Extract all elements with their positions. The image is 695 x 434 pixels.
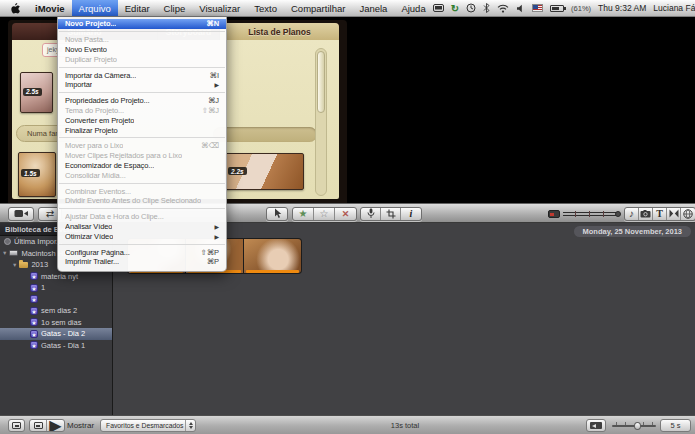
- monitor-icon: [34, 422, 43, 429]
- edit-tool-buttons: i: [360, 207, 422, 221]
- file-menu-item[interactable]: Otimizar Vídeo▶: [58, 231, 226, 241]
- maps-browser-button[interactable]: [681, 208, 695, 220]
- transitions-browser-button[interactable]: [667, 208, 681, 220]
- unmark-button[interactable]: ☆: [314, 208, 335, 220]
- event-label: sem dias 2: [41, 306, 77, 315]
- tab-lista-de-planos[interactable]: Lista de Planos: [220, 23, 339, 40]
- inspector-button[interactable]: i: [401, 208, 421, 220]
- disclosure-triangle-icon[interactable]: ▼: [2, 250, 7, 256]
- shot-list-clip-thumbnail[interactable]: 2.2s: [225, 153, 304, 190]
- file-menu-item: Dividir Evento Antes do Clipe Selecionad…: [58, 196, 226, 206]
- event-library-row[interactable]: ★: [0, 294, 112, 306]
- wifi-icon[interactable]: [497, 4, 509, 13]
- menu-item-shortcut: ⇧⌘P: [201, 248, 220, 257]
- titles-browser-button[interactable]: T: [653, 208, 667, 220]
- event-library-row[interactable]: ★1: [0, 282, 112, 294]
- menubar-item-texto[interactable]: Texto: [247, 0, 284, 16]
- event-library-row[interactable]: ★Gatas - Dia 2: [0, 328, 112, 340]
- menu-item-shortcut: ⌘P: [207, 257, 219, 266]
- storyboard-clip-thumbnail[interactable]: 2.5s: [20, 72, 53, 113]
- play-selection-button[interactable]: [30, 420, 47, 431]
- clip-duration-badge: 2.5s: [23, 88, 42, 96]
- hand-tool-button[interactable]: [266, 207, 288, 221]
- disclosure-triangle-icon[interactable]: ▼: [12, 262, 17, 268]
- volume-icon[interactable]: [516, 4, 525, 13]
- file-menu-item: Duplicar Projeto: [58, 54, 226, 64]
- event-library-row[interactable]: ★1o sem dias: [0, 317, 112, 329]
- filmstrip-icon: [590, 422, 602, 429]
- event-library-row[interactable]: ★sem dias 2: [0, 305, 112, 317]
- file-menu-item[interactable]: Configurar Página...⇧⌘P: [58, 247, 226, 257]
- file-menu-item[interactable]: Novo Evento: [58, 45, 226, 55]
- menubar-item-arquivo[interactable]: Arquivo: [72, 0, 118, 16]
- menu-item-label: Tema do Projeto...: [65, 106, 124, 115]
- menu-bar: iMovieArquivoEditarClipeVisualizarTextoC…: [0, 0, 695, 17]
- music-browser-button[interactable]: ♪: [625, 208, 639, 220]
- marking-buttons: ★ ☆ ✕: [292, 207, 357, 221]
- menu-item-label: Nova Pasta...: [65, 35, 109, 44]
- file-menu-item[interactable]: Analisar Vídeo▶: [58, 222, 226, 232]
- scrollbar-thumb[interactable]: [317, 51, 325, 113]
- thumbnail-duration-slider[interactable]: [612, 425, 656, 427]
- file-menu-item: Consolidar Mídia...: [58, 170, 226, 180]
- clock-icon[interactable]: [466, 3, 476, 13]
- battery-icon[interactable]: [550, 5, 564, 12]
- file-menu-item[interactable]: Novo Projeto...⌘N: [58, 19, 226, 29]
- file-menu-item[interactable]: Converter em Projeto: [58, 115, 226, 125]
- menubar-item-editar[interactable]: Editar: [118, 0, 157, 16]
- browser-zoom-slider[interactable]: [563, 212, 619, 217]
- event-icon: ★: [30, 284, 38, 292]
- menu-item-label: Analisar Vídeo: [65, 222, 112, 231]
- event-library-row[interactable]: ★Gatas - Dia 1: [0, 340, 112, 352]
- clip-duration-badge: 1.5s: [21, 169, 40, 177]
- us-flag-icon[interactable]: [532, 4, 543, 12]
- reject-button[interactable]: ✕: [335, 208, 356, 220]
- menubar-item-compartilhar[interactable]: Compartilhar: [284, 0, 352, 16]
- menu-item-label: Propriedades do Projeto...: [65, 96, 150, 105]
- file-menu-item[interactable]: Propriedades do Projeto...⌘J: [58, 96, 226, 106]
- favorite-button[interactable]: ★: [293, 208, 314, 220]
- slider-thumb[interactable]: [634, 422, 641, 430]
- menubar-item-janela[interactable]: Janela: [352, 0, 394, 16]
- event-icon: ★: [30, 272, 38, 280]
- dropdown-arrows-icon: [185, 420, 195, 431]
- import-camera-button[interactable]: [8, 207, 34, 221]
- sync-icon[interactable]: ↻: [451, 3, 459, 14]
- event-clip-thumbnail[interactable]: [244, 239, 301, 273]
- play-fullscreen-button[interactable]: [8, 419, 25, 432]
- file-menu-dropdown: Novo Projeto...⌘NNova Pasta...Novo Event…: [57, 17, 227, 272]
- filter-dropdown[interactable]: Favoritos e Desmarcados: [100, 419, 196, 432]
- apple-menu-icon[interactable]: [0, 0, 28, 16]
- menubar-item-ajuda[interactable]: Ajuda: [394, 0, 432, 16]
- menubar-item-imovie[interactable]: iMovie: [28, 0, 72, 16]
- hard-drive-icon: [9, 250, 18, 256]
- menu-item-shortcut: ⌘N: [206, 19, 219, 28]
- frames-per-thumbnail-button[interactable]: [586, 419, 606, 432]
- display-icon[interactable]: [433, 4, 444, 13]
- file-menu-item[interactable]: Importar da Câmera...⌘I: [58, 70, 226, 80]
- desktop: iMovieArquivoEditarClipeVisualizarTextoC…: [0, 0, 695, 434]
- slider-thumb[interactable]: [615, 211, 621, 217]
- menubar-item-clipe[interactable]: Clipe: [157, 0, 193, 16]
- menu-item-shortcut: ⌘J: [208, 96, 219, 105]
- menubar-clock[interactable]: Thu 9:32 AM: [598, 3, 646, 13]
- event-date-header: Monday, 25 November, 2013: [574, 226, 692, 237]
- shot-list-scrollbar[interactable]: [315, 48, 327, 196]
- crop-button[interactable]: [381, 208, 401, 220]
- menu-item-label: Duplicar Projeto: [65, 55, 117, 64]
- total-duration-label: 13s total: [350, 416, 460, 434]
- play-button[interactable]: ▶: [47, 420, 64, 431]
- thumbnail-duration-value: 5 s: [660, 419, 691, 432]
- storyboard-clip-thumbnail[interactable]: 1.5s: [18, 152, 56, 197]
- file-menu-item[interactable]: Economizador de Espaço...: [58, 161, 226, 171]
- photos-browser-button[interactable]: [639, 208, 653, 220]
- menubar-item-visualizar[interactable]: Visualizar: [192, 0, 247, 16]
- voiceover-microphone-button[interactable]: [361, 208, 381, 220]
- file-menu-item[interactable]: Importar▶: [58, 80, 226, 90]
- file-menu-item[interactable]: Imprimir Trailer...⌘P: [58, 257, 226, 267]
- user-switch-menu[interactable]: Luciana Fávero: [653, 3, 695, 13]
- bluetooth-icon[interactable]: [483, 3, 490, 13]
- battery-percent: (61%): [571, 4, 591, 13]
- file-menu-item[interactable]: Finalizar Projeto: [58, 125, 226, 135]
- event-library-row[interactable]: ★materia nyt: [0, 271, 112, 283]
